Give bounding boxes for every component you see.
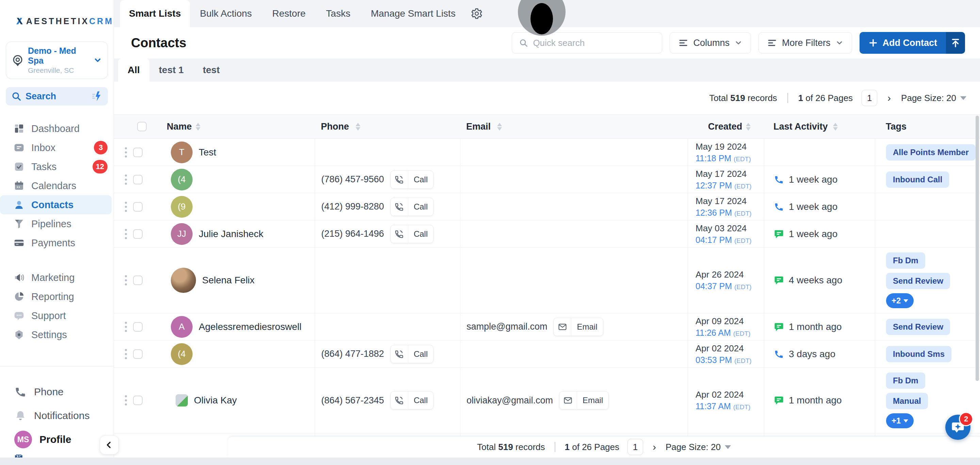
name-cell[interactable]: Selena Felix bbox=[167, 248, 315, 313]
quick-search-input[interactable] bbox=[533, 38, 655, 48]
list-tab-test1[interactable]: test 1 bbox=[150, 59, 193, 82]
contact-name[interactable]: Test bbox=[199, 147, 216, 158]
sort-icon[interactable] bbox=[833, 123, 838, 131]
created-time[interactable]: 11:18 PM (EDT) bbox=[695, 153, 751, 163]
sidebar-item-payments[interactable]: Payments bbox=[0, 233, 114, 252]
vertical-scrollbar[interactable] bbox=[975, 116, 979, 381]
sidebar-item-dashboard[interactable]: Dashboard bbox=[0, 119, 114, 138]
smart-list-settings-button[interactable] bbox=[466, 0, 488, 27]
name-cell[interactable]: Olivia Kay bbox=[167, 368, 315, 433]
row-checkbox[interactable] bbox=[133, 229, 143, 239]
created-time[interactable]: 11:37 AM (EDT) bbox=[695, 402, 750, 411]
phone-cell: (864) 477-1882 Call bbox=[315, 341, 460, 367]
import-contacts-button[interactable] bbox=[946, 32, 965, 54]
name-cell[interactable]: SSStacey Smithman bbox=[167, 433, 315, 436]
quick-search-box[interactable] bbox=[512, 32, 662, 53]
row-checkbox[interactable] bbox=[133, 202, 143, 211]
page-size-select[interactable]: Page Size: 20 bbox=[901, 93, 966, 103]
row-checkbox[interactable] bbox=[133, 395, 143, 405]
next-page-button[interactable]: › bbox=[651, 441, 657, 453]
row-drag-handle[interactable] bbox=[125, 175, 127, 185]
contact-name[interactable]: Olivia Kay bbox=[194, 395, 237, 406]
select-all-checkbox[interactable] bbox=[137, 122, 147, 131]
column-header-name[interactable]: Name bbox=[167, 121, 315, 132]
sidebar-item-pipelines[interactable]: Pipelines bbox=[0, 214, 114, 233]
row-checkbox[interactable] bbox=[133, 322, 143, 332]
sidebar-item-tasks[interactable]: Tasks 12 bbox=[0, 157, 114, 176]
page-size-select[interactable]: Page Size: 20 bbox=[666, 442, 731, 452]
row-checkbox[interactable] bbox=[133, 276, 143, 285]
sidebar-item-phone[interactable]: Phone bbox=[0, 380, 114, 404]
add-contact-button[interactable]: Add Contact bbox=[859, 32, 946, 54]
list-tab-test[interactable]: test bbox=[193, 59, 229, 82]
column-header-created[interactable]: Created bbox=[688, 121, 764, 132]
row-drag-handle[interactable] bbox=[125, 349, 127, 359]
sort-icon[interactable] bbox=[497, 123, 502, 131]
sort-icon[interactable] bbox=[195, 123, 201, 131]
row-drag-handle[interactable] bbox=[125, 202, 127, 212]
name-cell[interactable]: JJJulie Janisheck bbox=[167, 221, 315, 247]
email-cell bbox=[460, 248, 688, 313]
created-time[interactable]: 11:26 AM (EDT) bbox=[695, 328, 750, 338]
call-button[interactable]: Call bbox=[390, 198, 434, 216]
column-header-last-activity[interactable]: Last Activity bbox=[764, 121, 875, 132]
row-drag-handle[interactable] bbox=[125, 322, 127, 332]
sidebar-item-profile[interactable]: MS Profile bbox=[0, 428, 114, 451]
sort-icon[interactable] bbox=[746, 123, 751, 131]
contact-name[interactable]: Selena Felix bbox=[202, 275, 255, 286]
created-time[interactable]: 04:17 PM (EDT) bbox=[695, 235, 752, 245]
row-checkbox[interactable] bbox=[133, 148, 143, 157]
sidebar-collapse-button[interactable] bbox=[100, 435, 119, 454]
more-tags-pill[interactable]: +2 bbox=[886, 293, 914, 308]
more-tags-pill[interactable]: +1 bbox=[886, 413, 914, 428]
row-drag-handle[interactable] bbox=[125, 229, 127, 239]
name-cell[interactable]: (9 bbox=[167, 193, 315, 220]
column-header-email[interactable]: Email bbox=[460, 121, 688, 132]
sidebar-search[interactable]: Search bbox=[6, 87, 108, 105]
sidebar-item-contacts[interactable]: Contacts bbox=[0, 195, 111, 214]
page-number-box[interactable]: 1 bbox=[627, 439, 643, 455]
name-cell[interactable]: (4 bbox=[167, 166, 315, 193]
more-filters-button[interactable]: More Filters bbox=[759, 32, 852, 53]
list-tab-all[interactable]: All bbox=[118, 59, 150, 82]
tab-restore[interactable]: Restore bbox=[262, 0, 316, 27]
tab-smart-lists[interactable]: Smart Lists bbox=[120, 0, 190, 27]
email-button[interactable]: Email bbox=[553, 318, 603, 336]
call-button[interactable]: Call bbox=[390, 345, 434, 363]
created-time[interactable]: 04:37 PM (EDT) bbox=[695, 281, 752, 291]
columns-button[interactable]: Columns bbox=[670, 32, 751, 53]
created-time[interactable]: 03:53 PM (EDT) bbox=[695, 355, 752, 365]
sort-icon[interactable] bbox=[355, 123, 361, 131]
created-time[interactable]: 12:37 PM (EDT) bbox=[695, 181, 752, 190]
sidebar-item-support[interactable]: Support bbox=[0, 306, 114, 325]
email-button[interactable]: Email bbox=[559, 391, 609, 409]
tab-tasks[interactable]: Tasks bbox=[316, 0, 361, 27]
sidebar-item-calendars[interactable]: Calendars bbox=[0, 176, 114, 195]
location-selector[interactable]: Demo - Med Spa Greenville, SC bbox=[6, 41, 108, 79]
tab-manage-smart-lists[interactable]: Manage Smart Lists bbox=[361, 0, 466, 27]
call-button[interactable]: Call bbox=[390, 391, 434, 409]
created-time[interactable]: 12:36 PM (EDT) bbox=[695, 208, 752, 218]
contact-name[interactable]: Julie Janisheck bbox=[199, 229, 263, 240]
call-button[interactable]: Call bbox=[390, 225, 434, 243]
sidebar-item-settings[interactable]: Settings bbox=[0, 325, 114, 344]
page-number-box[interactable]: 1 bbox=[862, 90, 877, 106]
row-drag-handle[interactable] bbox=[125, 395, 127, 405]
tab-bulk-actions[interactable]: Bulk Actions bbox=[190, 0, 262, 27]
name-cell[interactable]: TTest bbox=[167, 139, 315, 166]
next-page-button[interactable]: › bbox=[886, 92, 892, 104]
call-button[interactable]: Call bbox=[390, 170, 434, 189]
sidebar-item-inbox[interactable]: Inbox 3 bbox=[0, 138, 114, 157]
row-checkbox[interactable] bbox=[133, 349, 143, 359]
row-drag-handle[interactable] bbox=[125, 147, 127, 157]
sidebar-item-notifications[interactable]: Notifications bbox=[0, 404, 114, 428]
chat-widget-button[interactable]: 2 bbox=[945, 415, 970, 440]
column-header-phone[interactable]: Phone bbox=[315, 121, 460, 132]
name-cell[interactable]: (4 bbox=[167, 341, 315, 367]
row-drag-handle[interactable] bbox=[125, 275, 127, 286]
row-checkbox[interactable] bbox=[133, 175, 143, 184]
contact-name[interactable]: Agelessremediesroswell bbox=[199, 321, 301, 332]
sidebar-item-reporting[interactable]: Reporting bbox=[0, 287, 114, 306]
name-cell[interactable]: AAgelessremediesroswell bbox=[167, 313, 315, 340]
sidebar-item-marketing[interactable]: Marketing bbox=[0, 268, 114, 287]
